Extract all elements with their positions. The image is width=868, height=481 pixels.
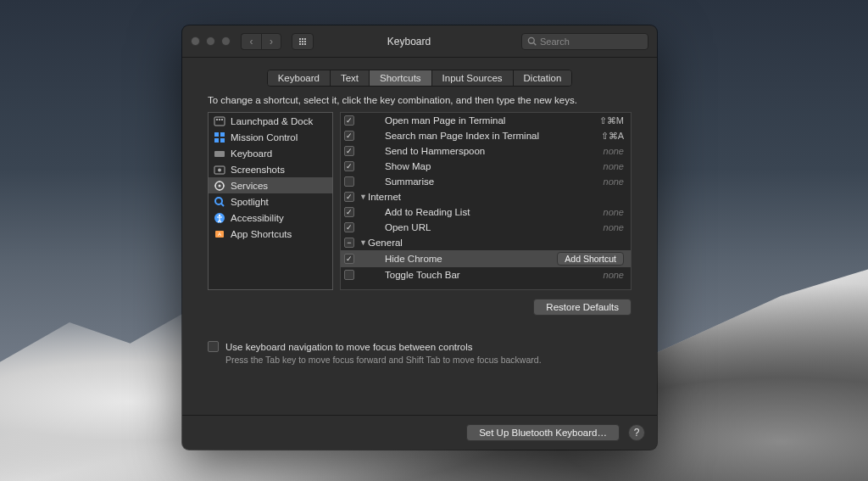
keyboard-icon — [214, 148, 225, 159]
shortcut-none: none — [604, 207, 624, 217]
shortcut-label: General — [368, 238, 624, 248]
category-app-shortcuts[interactable]: AApp Shortcuts — [209, 226, 332, 242]
close-icon[interactable] — [191, 36, 200, 46]
svg-rect-7 — [220, 132, 225, 137]
window-title: Keyboard — [320, 36, 515, 48]
shortcut-none: none — [604, 161, 624, 171]
category-list[interactable]: Launchpad & DockMission ControlKeyboardS… — [208, 112, 333, 290]
forward-button[interactable]: › — [261, 33, 281, 50]
disclosure-icon[interactable]: ▼ — [359, 238, 366, 247]
checkbox[interactable] — [344, 131, 354, 141]
category-keyboard[interactable]: Keyboard — [209, 145, 332, 161]
checkbox[interactable] — [344, 222, 354, 232]
checkbox[interactable] — [344, 192, 354, 202]
svg-rect-2 — [214, 117, 225, 126]
svg-line-20 — [221, 204, 224, 206]
disclosure-icon[interactable]: ▼ — [359, 193, 366, 201]
shortcut-none: none — [604, 176, 624, 187]
checkbox[interactable] — [344, 176, 354, 187]
shortcut-item[interactable]: Send to Hammerspoonnone — [341, 143, 631, 159]
category-label: Spotlight — [231, 197, 269, 207]
svg-point-22 — [219, 214, 220, 215]
svg-point-19 — [215, 198, 222, 204]
shortcut-label: Add to Reading List — [385, 207, 604, 217]
shortcut-none: none — [604, 146, 624, 156]
category-screenshots[interactable]: Screenshots — [209, 161, 332, 177]
shortcut-label: Summarise — [385, 176, 604, 187]
tab-input-sources[interactable]: Input Sources — [432, 70, 514, 86]
shortcut-none: none — [604, 270, 624, 280]
spotlight-icon — [214, 196, 225, 208]
category-label: Keyboard — [231, 148, 272, 159]
shortcut-group[interactable]: ▼General — [341, 235, 631, 250]
search-placeholder: Search — [540, 36, 570, 47]
grid-icon — [299, 38, 306, 45]
bottom-bar: Set Up Bluetooth Keyboard… ? — [182, 415, 657, 450]
keyboard-nav-hint: Press the Tab key to move focus forward … — [225, 355, 632, 365]
shortcut-label: Send to Hammerspoon — [385, 146, 604, 156]
category-label: Accessibility — [231, 213, 284, 223]
svg-rect-10 — [214, 151, 225, 157]
shortcut-item[interactable]: Add to Reading Listnone — [341, 204, 631, 220]
svg-rect-5 — [221, 119, 223, 120]
shortcut-item[interactable]: Toggle Touch Barnone — [341, 267, 631, 282]
svg-point-14 — [219, 184, 221, 187]
category-launchpad-dock[interactable]: Launchpad & Dock — [209, 113, 332, 129]
shortcut-item[interactable]: Search man Page Index in Terminal⇧⌘A — [341, 128, 631, 143]
tab-bar: KeyboardTextShortcutsInput SourcesDictat… — [182, 70, 657, 87]
category-label: Launchpad & Dock — [231, 116, 313, 126]
svg-rect-3 — [216, 119, 218, 120]
show-all-button[interactable] — [292, 33, 314, 50]
tab-keyboard[interactable]: Keyboard — [268, 70, 331, 86]
shortcut-keys: ⇧⌘M — [599, 115, 624, 126]
svg-rect-6 — [214, 132, 219, 137]
shortcut-none: none — [604, 222, 624, 232]
preferences-window: ‹ › Keyboard Search KeyboardTextShortcut… — [182, 25, 657, 450]
tab-dictation[interactable]: Dictation — [514, 70, 572, 86]
shortcut-item[interactable]: Open URLnone — [341, 220, 631, 235]
checkbox[interactable] — [344, 238, 354, 248]
tab-text[interactable]: Text — [331, 70, 370, 86]
tab-shortcuts[interactable]: Shortcuts — [370, 70, 432, 86]
checkbox[interactable] — [344, 254, 354, 264]
shortcuts-panels: Launchpad & DockMission ControlKeyboardS… — [182, 112, 657, 290]
restore-defaults-button[interactable]: Restore Defaults — [533, 299, 632, 316]
keyboard-nav-checkbox[interactable]: Use keyboard navigation to move focus be… — [208, 341, 632, 352]
minimize-icon[interactable] — [206, 36, 215, 46]
back-button[interactable]: ‹ — [241, 33, 261, 50]
checkbox[interactable] — [344, 161, 354, 171]
shortcut-item[interactable]: Show Mapnone — [341, 159, 631, 174]
shortcut-group[interactable]: ▼Internet — [341, 189, 631, 204]
category-accessibility[interactable]: Accessibility — [209, 210, 332, 226]
svg-rect-8 — [214, 138, 219, 143]
appshort-icon: A — [214, 228, 225, 240]
launchpad-icon — [214, 115, 225, 127]
category-services[interactable]: Services — [209, 177, 332, 193]
category-label: Screenshots — [231, 165, 285, 175]
help-button[interactable]: ? — [628, 424, 645, 441]
shortcut-item[interactable]: Summarisenone — [341, 174, 631, 189]
search-icon — [527, 36, 537, 46]
shortcut-label: Open man Page in Terminal — [385, 115, 599, 126]
shortcut-list[interactable]: Open man Page in Terminal⇧⌘MSearch man P… — [340, 112, 632, 290]
svg-point-12 — [218, 168, 221, 171]
category-label: Services — [231, 181, 268, 191]
category-mission-control[interactable]: Mission Control — [209, 129, 332, 145]
checkbox[interactable] — [344, 270, 354, 280]
checkbox[interactable] — [344, 146, 354, 156]
add-shortcut-button[interactable]: Add Shortcut — [557, 252, 624, 266]
mission-icon — [214, 131, 225, 143]
checkbox[interactable] — [344, 207, 354, 217]
keyboard-nav-label: Use keyboard navigation to move focus be… — [225, 342, 473, 352]
search-field[interactable]: Search — [521, 33, 648, 50]
category-spotlight[interactable]: Spotlight — [209, 193, 332, 210]
instruction-text: To change a shortcut, select it, click t… — [182, 95, 657, 112]
zoom-icon[interactable] — [221, 36, 231, 46]
shortcut-item[interactable]: Hide ChromeAdd Shortcut — [341, 250, 631, 267]
checkbox[interactable] — [344, 115, 354, 126]
bluetooth-keyboard-button[interactable]: Set Up Bluetooth Keyboard… — [466, 424, 620, 441]
shortcut-label: Hide Chrome — [385, 254, 557, 264]
shortcut-item[interactable]: Open man Page in Terminal⇧⌘M — [341, 113, 631, 128]
shortcut-label: Open URL — [385, 222, 604, 232]
window-controls — [191, 36, 231, 46]
